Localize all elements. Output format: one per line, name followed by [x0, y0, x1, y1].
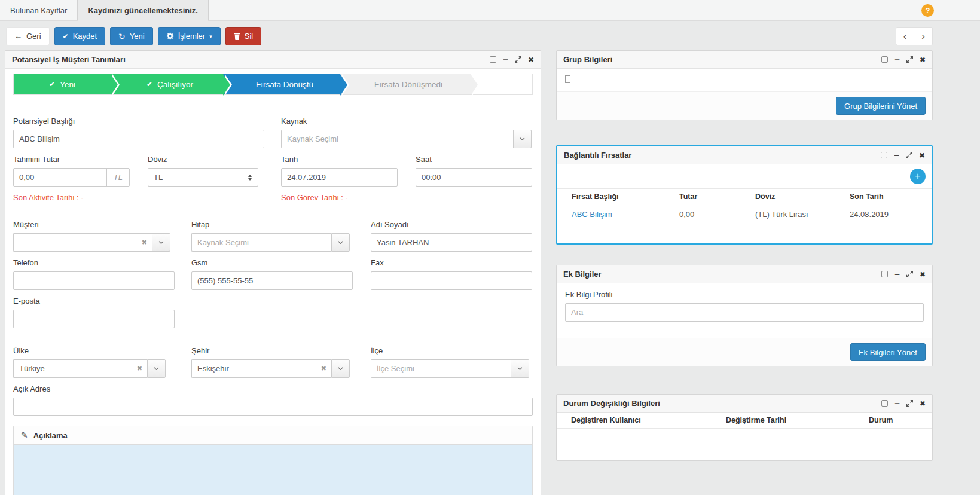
city-select[interactable]: Eskişehir✖ — [191, 359, 350, 378]
currency-suffix: TL — [106, 169, 129, 186]
panel-close-button[interactable]: ✖ — [920, 56, 926, 64]
status-change-panel-title: Durum Değişikliği Bilgileri — [563, 399, 881, 408]
opportunity-title-link[interactable]: ABC Bilişim — [572, 210, 679, 219]
tab-found-records[interactable]: Bulunan Kayıtlar — [0, 0, 77, 20]
country-caret-button[interactable] — [147, 359, 166, 378]
fax-label: Fax — [371, 258, 532, 267]
customer-label: Müşteri — [13, 220, 170, 229]
district-label: İlçe — [371, 346, 529, 355]
add-opportunity-button[interactable]: + — [910, 169, 926, 184]
panel-expand-button[interactable] — [515, 56, 521, 63]
wizard-step-new[interactable]: ✔ Yeni — [14, 74, 111, 94]
panel-checkbox-icon[interactable] — [881, 56, 888, 63]
email-input[interactable] — [13, 310, 175, 328]
customer-caret-button[interactable] — [152, 233, 170, 252]
panel-checkbox-icon[interactable] — [881, 271, 888, 277]
clear-icon[interactable]: ✖ — [321, 365, 326, 372]
clear-icon[interactable]: ✖ — [137, 365, 142, 372]
app-page: Bulunan Kayıtlar Kaydınızı güncellemekte… — [0, 0, 980, 495]
panel-expand-button[interactable] — [906, 271, 913, 277]
back-button[interactable]: ← Geri — [6, 27, 50, 45]
country-select[interactable]: Türkiye✖ — [13, 359, 166, 378]
customer-select[interactable]: ✖ — [13, 233, 170, 252]
next-record-button[interactable]: › — [914, 27, 933, 45]
source-label: Kaynak — [281, 117, 532, 126]
source-caret-button[interactable] — [513, 130, 532, 148]
help-button[interactable]: ? — [921, 4, 934, 17]
wizard-step-not-converted[interactable]: Fırsata Dönüşmedi — [340, 74, 471, 94]
panel-minimize-button[interactable]: − — [503, 56, 508, 63]
right-column: Grup Bilgileri − ✖ Grup Bilgilerini Yöne… — [556, 50, 933, 495]
currency-value: TL — [154, 173, 163, 182]
salutation-caret-button[interactable] — [331, 233, 350, 252]
salutation-select[interactable]: Kaynak Seçimi — [191, 233, 350, 252]
extra-info-search-input[interactable] — [565, 303, 924, 322]
date-input[interactable] — [281, 168, 398, 187]
phone-label: Telefon — [13, 258, 175, 267]
panel-expand-button[interactable] — [906, 56, 913, 63]
tab-updating-record[interactable]: Kaydınızı güncellemektesiniz. — [77, 0, 209, 20]
panel-minimize-button[interactable]: − — [894, 271, 900, 277]
column-header: Değiştiren Kullanıcı — [571, 416, 726, 424]
description-textarea[interactable] — [14, 445, 532, 495]
group-panel: Grup Bilgileri − ✖ Grup Bilgilerini Yöne… — [556, 50, 933, 120]
panel-minimize-button[interactable]: − — [894, 56, 900, 63]
wizard-step-converted[interactable]: Fırsata Dönüştü — [223, 74, 340, 94]
wizard-step-working[interactable]: ✔ Çalışılıyor — [111, 74, 223, 94]
extra-info-panel-header: Ek Bilgiler − ✖ — [557, 265, 932, 283]
wizard-step-label: Fırsata Dönüşmedi — [374, 80, 442, 89]
time-input[interactable] — [416, 168, 532, 187]
clear-icon[interactable]: ✖ — [142, 239, 147, 246]
panel-controls: − ✖ — [881, 56, 926, 64]
address-input[interactable] — [13, 398, 533, 416]
panel-close-button[interactable]: ✖ — [920, 399, 926, 408]
lead-panel-title: Potansiyel İş Müşteri Tanımları — [12, 55, 490, 64]
panel-expand-button[interactable] — [906, 152, 912, 158]
panel-checkbox-icon[interactable] — [490, 56, 496, 63]
panel-expand-button[interactable] — [906, 400, 913, 407]
description-title: Açıklama — [33, 431, 68, 440]
tab-label: Bulunan Kayıtlar — [10, 6, 67, 15]
fullname-input[interactable] — [371, 233, 532, 252]
manage-group-info-button[interactable]: Grup Bilgilerini Yönet — [836, 97, 926, 115]
panel-close-button[interactable]: ✖ — [528, 56, 534, 64]
panel-close-button[interactable]: ✖ — [920, 270, 926, 279]
opportunities-panel-title: Bağlantılı Fırsatlar — [564, 151, 881, 160]
group-panel-title: Grup Bilgileri — [563, 55, 881, 64]
new-button[interactable]: ↻ Yeni — [110, 27, 153, 45]
district-caret-button[interactable] — [511, 359, 529, 378]
delete-button[interactable]: Sil — [225, 27, 261, 45]
fax-input[interactable] — [371, 271, 532, 290]
wizard-step-label: Yeni — [60, 80, 75, 89]
opportunity-due-date: 24.08.2019 — [850, 210, 932, 219]
refresh-icon: ↻ — [118, 32, 126, 41]
opportunities-panel: Bağlantılı Fırsatlar − ✖ + Fırsat Başlığ… — [556, 145, 933, 245]
source-select[interactable]: Kaynak Seçimi — [281, 130, 532, 148]
district-select[interactable]: İlçe Seçimi — [371, 359, 529, 378]
potential-title-input[interactable] — [13, 130, 264, 148]
last-task-date-text: Son Görev Tarihi : - — [281, 193, 348, 202]
record-nav: ‹ › — [896, 27, 933, 45]
phone-input[interactable] — [13, 271, 175, 290]
manage-extra-info-button[interactable]: Ek Bilgileri Yönet — [850, 343, 926, 361]
time-label: Saat — [416, 155, 532, 164]
panel-close-button[interactable]: ✖ — [919, 151, 925, 160]
currency-select[interactable]: TL — [148, 168, 258, 187]
extra-info-profile-label: Ek Bilgi Profili — [565, 290, 924, 299]
save-button[interactable]: ✔ Kaydet — [54, 27, 106, 45]
group-panel-footer: Grup Bilgilerini Yönet — [557, 91, 932, 120]
panel-minimize-button[interactable]: − — [894, 400, 900, 407]
spinner-icon — [248, 175, 252, 181]
estimated-amount-label: Tahmini Tutar — [13, 155, 130, 164]
panel-checkbox-icon[interactable] — [881, 400, 888, 407]
panel-minimize-button[interactable]: − — [894, 152, 899, 158]
prev-record-button[interactable]: ‹ — [896, 27, 914, 45]
estimated-amount-input[interactable] — [14, 169, 106, 186]
panel-checkbox-icon[interactable] — [881, 152, 887, 158]
gsm-label: Gsm — [191, 258, 353, 267]
city-caret-button[interactable] — [331, 359, 350, 378]
gsm-input[interactable] — [191, 271, 353, 290]
status-change-panel: Durum Değişikliği Bilgileri − ✖ Değiştir… — [556, 394, 933, 461]
actions-button[interactable]: İşlemler ▾ — [158, 27, 221, 45]
column-header: Fırsat Başlığı — [572, 192, 679, 201]
